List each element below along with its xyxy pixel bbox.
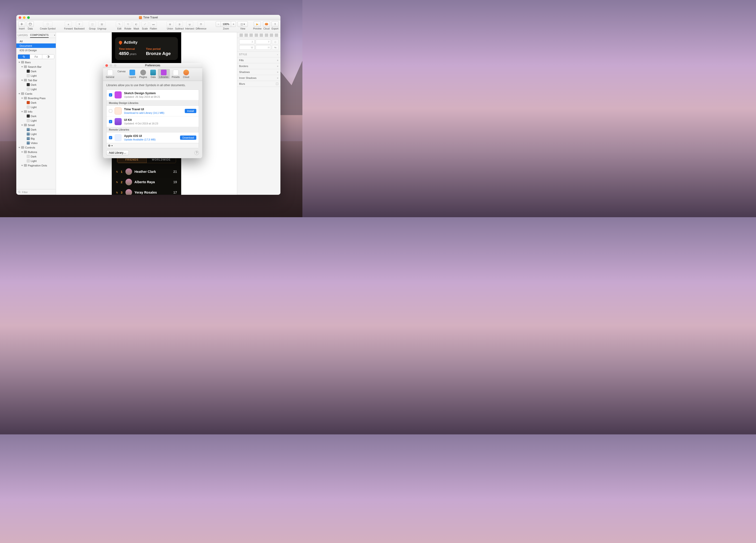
chevron-down-icon[interactable]: ▾ [54,34,55,36]
help-button[interactable]: ? [194,151,199,155]
tree-row[interactable]: ▼Buttons [16,150,56,154]
chevron-down-icon[interactable]: ▾ [112,145,113,147]
scope-ios[interactable]: iOS UI Design [16,48,56,52]
tree-row[interactable]: Light [16,87,56,91]
edit-button[interactable]: ✎ [116,21,123,27]
pref-tab-plugins[interactable]: Plugins [138,69,149,79]
zoom-out-button[interactable]: − [216,21,221,27]
tree-row[interactable]: Dark [16,100,56,105]
insert-button[interactable] [18,21,25,27]
tree-row[interactable]: Dark [16,154,56,159]
tree-row[interactable]: Dark [16,114,56,118]
align-middle-icon[interactable] [260,34,263,37]
library-action-button[interactable]: Download [180,136,196,140]
tree-row[interactable]: ▼Small [16,123,56,127]
backward-button[interactable]: ▼ [76,21,83,27]
style-header[interactable]: STYLE⌄ [237,51,280,57]
flatten-button[interactable]: ▬ [150,21,157,27]
libraries-gear-icon[interactable]: ⚙︎ [108,144,111,147]
tab-layers[interactable]: LAYERS [18,34,28,37]
tree-row[interactable]: Dark [16,82,56,87]
inspector-section[interactable]: Fills+ [237,57,280,63]
library-action-button[interactable]: Install [185,109,196,113]
library-checkbox[interactable]: ✓ [109,136,112,139]
seg-symbols[interactable] [18,55,30,59]
tree-row[interactable]: Light [16,73,56,78]
cloud-button[interactable] [263,21,270,27]
pref-tab-cloud[interactable]: Cloud [182,69,191,79]
add-library-button[interactable]: Add Library… [106,150,129,155]
tree-row[interactable]: Light [16,132,56,136]
tab-components[interactable]: COMPONENTS [30,34,48,38]
library-checkbox[interactable]: ✓ [109,93,112,97]
scope-all[interactable]: All [16,39,56,43]
rotate-button[interactable]: ⟲ [124,21,131,27]
scope-document[interactable]: Document [16,43,56,48]
seg-styles[interactable] [42,55,54,59]
data-button[interactable] [27,21,34,27]
scale-button[interactable]: ⤢ [141,21,148,27]
tree-row[interactable]: ▼Controls [16,145,56,150]
tree-row[interactable]: ▼Info [16,109,56,114]
library-row[interactable]: ✓UI KitUpdated: 4 Oct 2019 at 16:23 [107,116,199,127]
zoom-value[interactable]: 100% [221,21,231,27]
create-symbol-button[interactable] [43,21,52,27]
tree-row[interactable]: ▼Bars [16,60,56,64]
tree-row[interactable]: Dark [16,127,56,132]
library-row[interactable]: ✓Sketch Design SystemUpdated: 26 Sep 201… [107,90,199,100]
view-button[interactable]: ◫ ▾ [237,21,248,27]
align-left-icon[interactable] [240,34,243,37]
preview-button[interactable]: ▶ [254,21,261,27]
anchor-icon[interactable]: ◇ [272,39,279,44]
align-center-icon[interactable] [245,34,248,37]
tree-row[interactable]: ▼Pagination Dots [16,163,56,168]
library-checkbox[interactable] [109,109,112,113]
align-right-icon[interactable] [249,34,253,37]
difference-button[interactable]: ◓ [198,21,205,27]
ungroup-button[interactable]: ▦ [98,21,105,27]
tree-row[interactable]: Light [16,159,56,163]
w-field[interactable]: W [239,45,255,50]
pref-tab-data[interactable]: Data [149,69,157,79]
mask-button[interactable]: ◐ [133,21,140,27]
pref-tab-presets[interactable]: Presets [170,69,181,79]
pref-tab-general[interactable]: General [104,69,116,79]
distribute-h-icon[interactable] [270,34,273,37]
align-bottom-icon[interactable] [265,34,268,37]
pref-tab-layers[interactable]: Layers [127,69,137,79]
group-button[interactable]: ◫ [89,21,96,27]
pref-tab-canvas[interactable]: Canvas [116,69,127,73]
forward-button[interactable]: ▲ [65,21,72,27]
tree-row[interactable]: Light [16,118,56,123]
distribute-v-icon[interactable] [275,34,278,37]
library-row[interactable]: Time Travel UIDownload to add Library (1… [107,106,199,116]
filter-input[interactable]: Filter [16,189,56,195]
inspector-section[interactable]: Blurs☐ [237,81,280,87]
intersect-button[interactable]: ◒ [186,21,193,27]
inspector-section[interactable]: Shadows+ [237,69,280,75]
align-top-icon[interactable] [255,34,258,37]
tree-row[interactable]: ▼Cards [16,91,56,96]
h-field[interactable]: H [256,45,271,50]
y-field[interactable]: Y [256,39,271,44]
subtract-button[interactable]: ◑ [176,21,183,27]
x-field[interactable]: X [239,39,255,44]
export-button[interactable]: ⇪ [271,21,279,27]
tree-row[interactable]: Big [16,136,56,141]
tree-row[interactable]: Video [16,141,56,145]
inspector-section[interactable]: Inner Shadows+ [237,75,280,81]
tree-row[interactable]: ▼Boarding Pass [16,96,56,100]
union-button[interactable]: ◉ [167,21,174,27]
flip-icon[interactable]: ⇋ [272,45,279,50]
inspector-section[interactable]: Borders+ [237,63,280,69]
library-checkbox[interactable]: ✓ [109,120,112,123]
seg-text[interactable]: Aa [30,55,42,59]
pref-close-button[interactable] [105,64,108,67]
tree-row[interactable]: ▼Search Bar [16,64,56,69]
pref-tab-libraries[interactable]: Libraries [158,69,170,79]
tree-row[interactable]: Light [16,105,56,109]
tree-row[interactable]: Dark [16,69,56,73]
library-row[interactable]: ✓Apple iOS UIUpdate Available (17,5 MB)D… [107,133,199,143]
tree-row[interactable]: ▼Tab Bar [16,78,56,82]
zoom-in-button[interactable]: + [231,21,236,27]
